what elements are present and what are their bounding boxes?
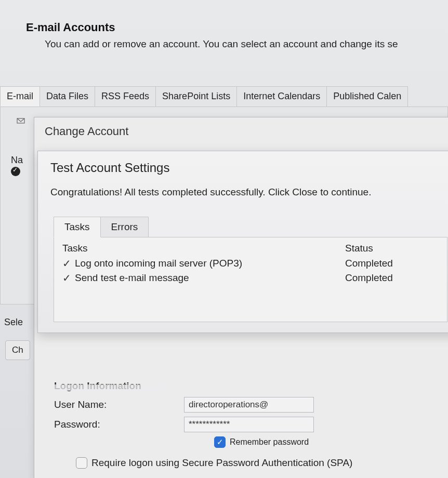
status-col-header: Status [345, 243, 439, 254]
tab-rss-feeds[interactable]: RSS Feeds [95, 86, 156, 107]
tab-tasks[interactable]: Tasks [54, 217, 101, 237]
task-name: Send test e-mail message [75, 272, 345, 284]
change-account-title: Change Account [34, 117, 448, 141]
password-label: Password: [54, 419, 184, 430]
select-fragment: Sele [0, 317, 23, 328]
tab-internet-calendars[interactable]: Internet Calendars [236, 86, 327, 107]
table-row: ✓ Log onto incoming mail server (POP3) C… [54, 256, 447, 271]
new-icon[interactable] [16, 115, 25, 125]
spa-label: Require logon using Secure Password Auth… [91, 457, 352, 469]
username-label: User Name: [54, 399, 184, 410]
page-subtitle: You can add or remove an account. You ca… [45, 38, 448, 50]
password-input[interactable] [184, 417, 314, 432]
tasks-table: Tasks Status ✓ Log onto incoming mail se… [54, 237, 447, 322]
check-icon: ✓ [62, 257, 75, 270]
task-name: Log onto incoming mail server (POP3) [75, 258, 345, 269]
tab-published-calendars[interactable]: Published Calen [326, 86, 408, 107]
username-input[interactable] [184, 397, 314, 413]
tab-sharepoint-lists[interactable]: SharePoint Lists [155, 86, 237, 107]
page-title: E-mail Accounts [26, 21, 448, 34]
tasks-col-header: Tasks [62, 243, 345, 254]
table-row: ✓ Send test e-mail message Completed [54, 271, 447, 285]
accounts-tabs: E-mail Data Files RSS Feeds SharePoint L… [0, 86, 448, 107]
remember-password-label: Remember password [230, 437, 309, 447]
remember-password-checkbox[interactable]: ✓ [214, 436, 226, 448]
test-dialog-message: Congratulations! All tests completed suc… [38, 178, 448, 201]
name-column-fragment: Na [11, 155, 23, 165]
test-account-settings-dialog: Test Account Settings Congratulations! A… [37, 151, 448, 333]
check-icon: ✓ [62, 272, 75, 284]
tab-data-files[interactable]: Data Files [39, 86, 95, 107]
logon-heading: Logon Information [54, 380, 448, 392]
tab-errors[interactable]: Errors [100, 217, 149, 237]
change-button-fragment[interactable]: Ch [5, 340, 30, 360]
default-check-icon [11, 167, 20, 176]
test-dialog-title: Test Account Settings [38, 151, 448, 178]
task-status: Completed [345, 272, 439, 284]
task-status: Completed [345, 258, 439, 269]
tab-email[interactable]: E-mail [0, 86, 40, 107]
test-inner-tabs: Tasks Errors [54, 217, 448, 237]
spa-checkbox[interactable] [76, 457, 87, 469]
header: E-mail Accounts You can add or remove an… [0, 0, 448, 50]
